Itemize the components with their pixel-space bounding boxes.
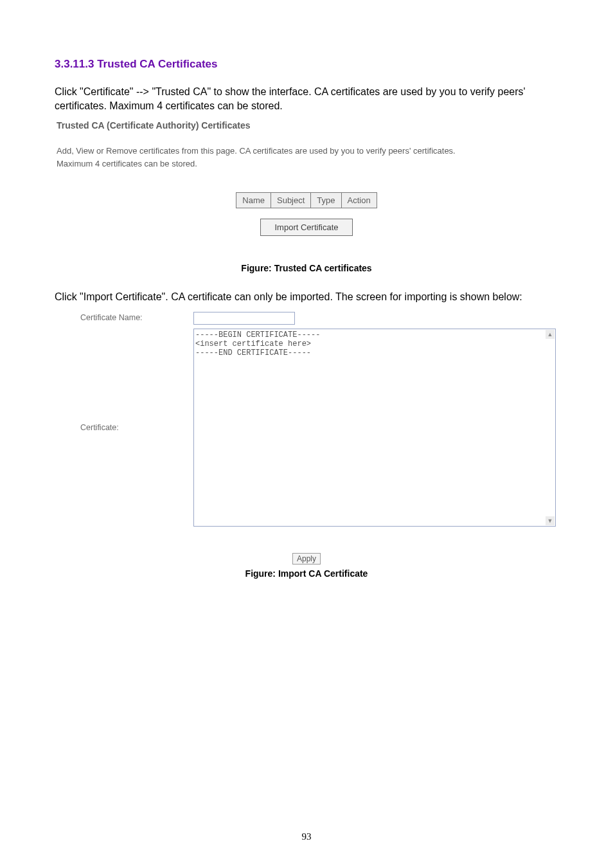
col-subject: Subject xyxy=(271,193,310,208)
scroll-up-icon[interactable]: ▲ xyxy=(546,330,555,339)
intro-paragraph: Click "Certificate" --> "Trusted CA" to … xyxy=(55,85,558,113)
screenshot-desc-line2: Maximum 4 certificates can be stored. xyxy=(57,159,197,168)
apply-button[interactable]: Apply xyxy=(292,553,321,565)
apply-button-wrap: Apply xyxy=(55,552,558,565)
screenshot-desc-line1: Add, View or Remove certificates from th… xyxy=(57,146,456,156)
cert-name-label: Certificate Name: xyxy=(55,312,193,322)
col-name: Name xyxy=(236,193,271,208)
figure1-caption: Figure: Trusted CA certificates xyxy=(55,263,558,273)
col-action: Action xyxy=(341,193,377,208)
page-number: 93 xyxy=(0,831,613,842)
cert-table-wrap: Name Subject Type Action xyxy=(55,192,558,208)
cert-table-header-row: Name Subject Type Action xyxy=(236,193,377,208)
document-page: 3.3.11.3 Trusted CA Certificates Click "… xyxy=(0,0,613,868)
import-button-wrap: Import Certificate xyxy=(55,219,558,236)
cert-textarea-wrap: ▲ ▼ xyxy=(193,329,556,527)
cert-name-row: Certificate Name: xyxy=(55,312,558,325)
section-heading: 3.3.11.3 Trusted CA Certificates xyxy=(55,58,558,71)
cert-name-input[interactable] xyxy=(193,312,295,325)
col-type: Type xyxy=(311,193,341,208)
figure2-caption: Figure: Import CA Certificate xyxy=(55,568,558,579)
cert-table: Name Subject Type Action xyxy=(236,192,377,208)
scroll-down-icon[interactable]: ▼ xyxy=(546,516,555,525)
cert-textarea[interactable] xyxy=(194,329,546,526)
screenshot-desc: Add, View or Remove certificates from th… xyxy=(57,145,558,170)
import-ca-screenshot: Certificate Name: Certificate: ▲ ▼ Apply xyxy=(55,312,558,565)
import-certificate-button[interactable]: Import Certificate xyxy=(260,219,353,236)
trusted-ca-screenshot: Trusted CA (Certificate Authority) Certi… xyxy=(55,120,558,236)
mid-paragraph: Click "Import Certificate". CA certifica… xyxy=(55,290,558,304)
cert-body-label: Certificate: xyxy=(55,423,193,432)
cert-body-row: Certificate: ▲ ▼ xyxy=(55,329,558,527)
screenshot-subhead: Trusted CA (Certificate Authority) Certi… xyxy=(57,120,558,131)
